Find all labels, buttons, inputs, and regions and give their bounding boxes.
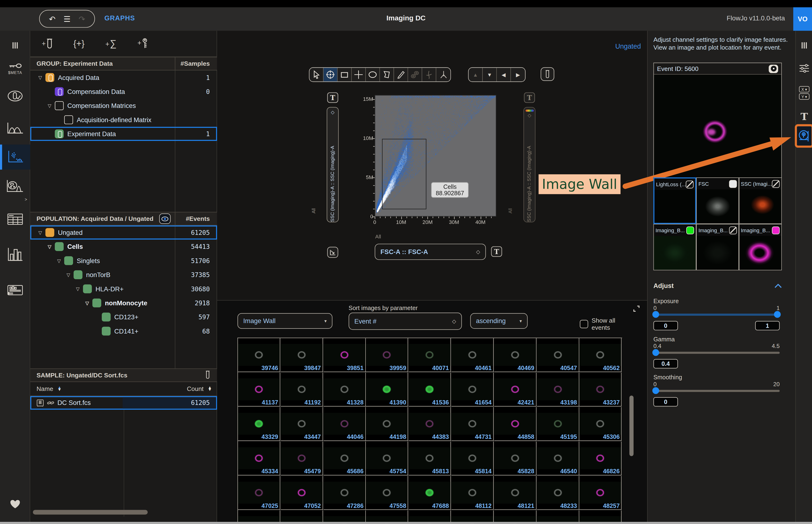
image-wall-cell[interactable]: 41192 <box>281 373 323 407</box>
view-mode-dropdown[interactable]: Image Wall ▾ <box>237 313 332 329</box>
smoothing-handle[interactable] <box>652 387 659 394</box>
tree-row-nontorb[interactable]: ▽nonTorB37385 <box>30 268 217 282</box>
nav-down-icon[interactable]: ▼ <box>483 68 497 81</box>
nav-left-icon[interactable]: ◀ <box>497 68 511 81</box>
y-axis-text-button[interactable]: T <box>327 92 338 103</box>
image-wall-cell[interactable]: 46826 <box>580 441 622 475</box>
exposure-low-handle[interactable] <box>652 311 659 318</box>
image-wall-cell[interactable]: 45814 <box>451 441 494 475</box>
cell-image-histogram-icon[interactable]: > <box>0 169 30 202</box>
count-column-header[interactable]: Count <box>187 385 203 393</box>
image-wall-cell[interactable]: 44198 <box>366 407 408 441</box>
exposure-high-value[interactable]: 1 <box>755 321 779 330</box>
expand-icon[interactable] <box>633 305 640 314</box>
bar-chart-icon[interactable] <box>0 236 30 272</box>
tree-row-cd141+[interactable]: CD141+68 <box>30 324 217 338</box>
crosshair-tool-icon[interactable] <box>324 68 337 81</box>
name-column-header[interactable]: Name <box>30 385 53 393</box>
color-axis-selector[interactable]: ◇ SSC (Imaging)-A :: SSC (Imaging)-A <box>524 107 536 222</box>
graph-population-label[interactable]: Ungated <box>615 42 641 50</box>
expander-icon[interactable]: ▽ <box>36 75 44 80</box>
channel-thumbnail-3[interactable]: Imaging_B... <box>653 224 696 271</box>
image-wall-cell[interactable]: 47286 <box>323 476 366 510</box>
image-wall-cell[interactable]: 48257 <box>580 476 622 510</box>
channel-sliders-icon[interactable] <box>796 56 812 81</box>
gate-label[interactable]: Cells 88.902867 <box>431 183 468 197</box>
nav-up-icon[interactable]: ▲ <box>469 68 483 81</box>
add-tube-icon[interactable]: + <box>42 38 52 49</box>
sample-tube-button[interactable] <box>541 67 554 81</box>
image-wall-cell[interactable]: 40071 <box>409 338 451 372</box>
show-all-events-checkbox[interactable] <box>580 320 588 328</box>
image-wall-cell[interactable]: 40469 <box>494 338 536 372</box>
exposure-low-value[interactable]: 0 <box>653 321 678 330</box>
image-wall-cell[interactable]: 45479 <box>281 441 323 475</box>
smoothing-slider[interactable] <box>653 387 779 394</box>
tree-row-acquired-data[interactable]: ▽Acquired Data1 <box>30 70 217 84</box>
scatter-plot-icon[interactable] <box>0 145 30 169</box>
image-wall-cell[interactable]: 46540 <box>537 441 579 475</box>
count-sort-icon[interactable]: ▲▼ <box>208 387 212 391</box>
channel-color-swatch[interactable] <box>772 180 780 187</box>
image-wall-cell[interactable]: 42421 <box>494 373 536 407</box>
image-wall-grid[interactable]: 3974639847398513995940071404614046940547… <box>237 338 622 524</box>
add-keyword-icon[interactable]: + <box>137 38 148 49</box>
channel-thumbnail-4[interactable]: Imaging_B... <box>696 224 739 271</box>
image-wall-cell[interactable]: 43447 <box>281 407 323 441</box>
qc-tube-check-icon[interactable] <box>0 81 30 111</box>
cells-gate-rectangle[interactable] <box>382 139 426 210</box>
image-wall-cell[interactable]: 39959 <box>366 338 408 372</box>
image-wall-cell[interactable]: 44858 <box>494 407 536 441</box>
image-wall-cell[interactable]: 41536 <box>409 373 451 407</box>
image-wall-cell[interactable]: 45334 <box>238 441 280 475</box>
y-axis-selector[interactable]: ◇ SSC (Imaging)-A :: SSC (Imaging)-A <box>327 107 339 222</box>
polygon-tool-icon[interactable] <box>380 68 394 81</box>
horizontal-scrollbar[interactable] <box>33 510 148 514</box>
image-wall-cell[interactable]: 47052 <box>281 476 323 510</box>
channel-thumbnail-0[interactable]: LightLoss (... <box>653 177 696 224</box>
image-wall-cell[interactable]: 45813 <box>409 441 451 475</box>
channel-thumbnail-1[interactable]: FSC <box>696 177 739 224</box>
gamma-slider[interactable] <box>653 349 779 357</box>
event-image[interactable] <box>654 75 781 177</box>
image-wall-cell[interactable]: 41390 <box>366 373 408 407</box>
sort-parameter-dropdown[interactable]: Event # ◇ <box>349 313 462 330</box>
image-wall-cell[interactable]: 41328 <box>323 373 366 407</box>
x-axis-text-button[interactable]: T <box>491 246 502 257</box>
vertical-scrollbar[interactable] <box>629 396 634 456</box>
expander-icon[interactable]: ▽ <box>65 272 72 277</box>
image-wall-cell[interactable]: 45306 <box>580 407 622 441</box>
sample-row[interactable]: DC Sort.fcs 61205 <box>30 396 217 410</box>
locate-event-icon[interactable] <box>769 65 778 73</box>
add-group-icon[interactable]: {+} <box>73 38 84 49</box>
expander-icon[interactable]: ▽ <box>83 300 91 306</box>
image-wall-cell[interactable]: 40562 <box>580 338 622 372</box>
exposure-slider[interactable] <box>653 311 779 318</box>
gamma-handle[interactable] <box>652 349 659 356</box>
gamma-value[interactable]: 0.4 <box>653 359 678 369</box>
image-wall-cell[interactable]: 43329 <box>238 407 280 441</box>
nav-right-icon[interactable]: ▶ <box>511 68 525 81</box>
spider-tool-icon[interactable] <box>436 68 450 81</box>
ellipse-tool-icon[interactable] <box>366 68 380 81</box>
image-wall-cell[interactable]: 45195 <box>537 407 579 441</box>
image-wall-cell[interactable]: 41137 <box>238 373 280 407</box>
expander-icon[interactable]: ▽ <box>46 244 53 249</box>
panel-toggle-icon[interactable] <box>796 35 812 56</box>
image-wall-cell[interactable]: 43198 <box>537 373 579 407</box>
image-wall-cell[interactable]: 40547 <box>537 338 579 372</box>
curve-tool-icon[interactable] <box>422 68 436 81</box>
image-wall-cell[interactable]: 40461 <box>451 338 494 372</box>
expander-icon[interactable]: ▽ <box>74 286 81 292</box>
channel-color-swatch[interactable] <box>772 226 780 234</box>
eye-icon[interactable] <box>159 213 170 224</box>
quad-tool-icon[interactable] <box>352 68 366 81</box>
axis-xy-icon[interactable]: X ▾Y ▾ <box>796 81 812 105</box>
image-wall-cell[interactable]: 44731 <box>451 407 494 441</box>
channel-color-swatch[interactable] <box>729 180 736 187</box>
image-wall-cell[interactable]: 41654 <box>451 373 494 407</box>
color-axis-text-button[interactable]: T <box>524 92 535 103</box>
tree-row-experiment-data[interactable]: Experiment Data1 <box>30 127 217 141</box>
image-wall-cell[interactable]: 45686 <box>323 441 366 475</box>
image-wall-cell[interactable]: 48121 <box>494 476 536 510</box>
